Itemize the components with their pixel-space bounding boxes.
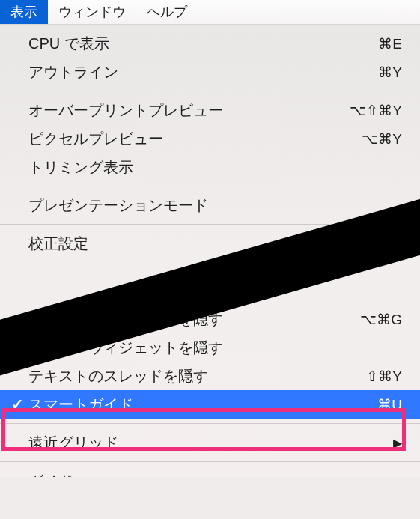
submenu-arrow-icon: ▶ [393, 474, 402, 478]
menu-label: ガイド [28, 471, 389, 478]
menu-help[interactable]: ヘルプ [136, 0, 198, 24]
item-hide-text-threads[interactable]: テキストのスレッドを隠す ⇧⌘Y [0, 362, 420, 390]
menu-label: 校正設定 [28, 234, 389, 254]
menu-label: スマートガイド [28, 395, 377, 415]
menu-label: CPU で表示 [28, 34, 378, 54]
shortcut: ⇧⌘Y [366, 368, 402, 385]
menu-label: テキストのスレッドを隠す [28, 366, 366, 386]
menu-view[interactable]: 表示 [0, 0, 48, 24]
item-proof-setup[interactable]: 校正設定 ▶ [0, 229, 420, 258]
menu-label: オーバープリントプレビュー [28, 100, 350, 121]
menu-label: プレゼンテーションモード [28, 195, 402, 216]
submenu-arrow-icon: ▶ [393, 237, 402, 251]
item-show-gaps[interactable]: グラデーションガト の隙間を表示 [0, 267, 420, 295]
view-dropdown: CPU で表示 ⌘E アウトライン ⌘Y オーバープリントプレビュー ⌥⇧⌘Y … [0, 25, 420, 477]
menu-label: コーナーウィジェットを隠す [28, 338, 402, 358]
menu-label: ピクセルプレビュー [28, 129, 362, 149]
menu-window[interactable]: ウィンドウ [48, 0, 136, 24]
shortcut: ⌘U [377, 396, 402, 413]
item-outline[interactable]: アウトライン ⌘Y [0, 58, 420, 86]
item-hide-corner-widget[interactable]: コーナーウィジェットを隠す [0, 333, 420, 362]
item-cpu-preview[interactable]: CPU で表示 ⌘E [0, 29, 420, 58]
checkmark-icon: ✓ [6, 395, 28, 413]
item-overprint-preview[interactable]: オーバープリントプレビュー ⌥⇧⌘Y [0, 96, 420, 124]
shortcut: ⌘Y [378, 64, 402, 81]
shortcut: ⌥⌘G [360, 311, 402, 328]
menu-label: トリミング表示 [28, 157, 402, 177]
shortcut: ⌘E [378, 35, 402, 52]
shortcut: ⌥⇧⌘Y [350, 102, 402, 119]
menu-label: アウトライン [28, 62, 378, 82]
shortcut: ⌥⌘Y [362, 130, 402, 148]
item-hide-gradient-guide[interactable]: グラデーションガイドを隠す ⌥⌘G [0, 305, 420, 333]
item-smart-guides[interactable]: ✓ スマートガイド ⌘U [0, 390, 420, 419]
item-trim-view[interactable]: トリミング表示 [0, 153, 420, 181]
menu-label: グラデーションガイドを隠す [28, 309, 360, 330]
submenu-arrow-icon: ▶ [393, 436, 402, 450]
item-pixel-preview[interactable]: ピクセルプレビュー ⌥⌘Y [0, 124, 420, 153]
item-guides[interactable]: ガイド ▶ [0, 467, 420, 477]
item-perspective-grid[interactable]: 遠近グリッド ▶ [0, 428, 420, 457]
menu-label: グラデーションガト の隙間を表示 [28, 271, 402, 291]
menubar: 表示 ウィンドウ ヘルプ [0, 0, 420, 25]
item-presentation-mode[interactable]: プレゼンテーションモード [0, 191, 420, 219]
menu-label: 遠近グリッド [28, 433, 389, 453]
